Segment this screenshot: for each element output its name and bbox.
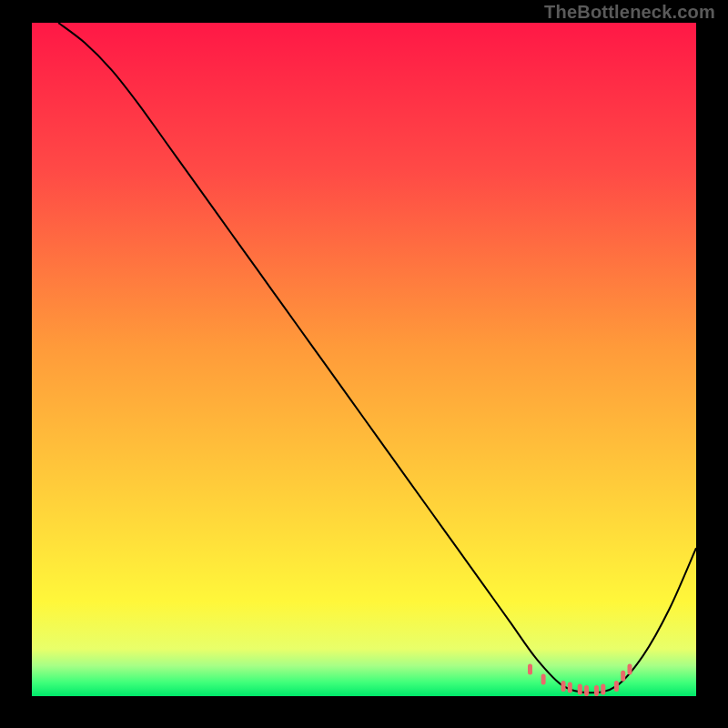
watermark-text: TheBottleneck.com [544,2,715,23]
min-marker [578,684,582,695]
min-marker [601,684,605,695]
chart-plot-area [32,23,696,696]
min-marker [528,663,532,674]
min-marker [628,663,632,674]
min-marker [561,681,566,692]
min-marker [541,674,546,685]
min-marker [584,685,589,696]
min-marker [614,681,619,692]
chart-container: TheBottleneck.com [0,0,728,728]
chart-background [32,23,696,696]
min-marker [594,685,599,696]
min-marker [568,682,572,693]
min-marker [621,671,625,682]
chart-svg [32,23,696,696]
